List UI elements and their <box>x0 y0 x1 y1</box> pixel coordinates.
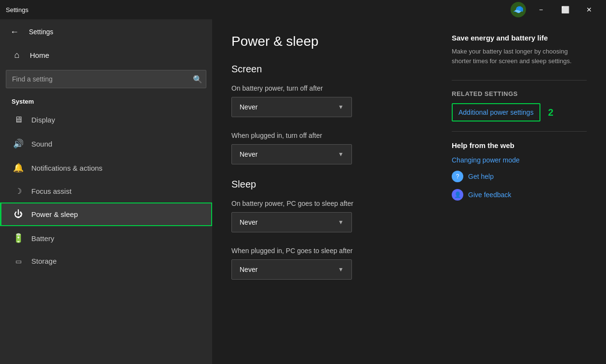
title-bar: Settings 🧢 − ⬜ ✕ <box>0 0 606 19</box>
sidebar-item-label: Power & sleep <box>31 210 78 218</box>
sleep-battery-label: On battery power, PC goes to sleep after <box>231 200 423 207</box>
info-box: Save energy and battery life Make your b… <box>452 34 587 66</box>
additional-power-link[interactable]: Additional power settings <box>452 103 540 121</box>
storage-icon: ▭ <box>13 257 24 265</box>
sleep-plugged-label: When plugged in, PC goes to sleep after <box>231 247 423 255</box>
sidebar-title: Settings <box>29 28 54 36</box>
screen-battery-value: Never <box>240 103 257 111</box>
related-title: Related settings <box>452 90 587 97</box>
system-section-label: System <box>0 92 212 108</box>
title-bar-controls: − ⬜ ✕ <box>530 2 600 17</box>
screen-plugged-value: Never <box>240 150 257 158</box>
sidebar-item-notifications[interactable]: 🔔 Notifications & actions <box>0 156 212 180</box>
content-right: Save energy and battery life Make your b… <box>452 34 587 350</box>
content-main: Power & sleep Screen On battery power, t… <box>231 34 423 350</box>
content-area: Power & sleep Screen On battery power, t… <box>212 19 606 364</box>
give-feedback-link[interactable]: Give feedback <box>468 191 512 199</box>
get-help-item: ? Get help <box>452 171 587 182</box>
dropdown-arrow: ▼ <box>338 266 344 273</box>
screen-battery-group: On battery power, turn off after Never ▼ <box>231 84 423 117</box>
sleep-plugged-dropdown[interactable]: Never ▼ <box>231 259 352 280</box>
screen-plugged-dropdown[interactable]: Never ▼ <box>231 144 352 164</box>
divider-2 <box>452 131 587 132</box>
give-feedback-icon: 👤 <box>452 189 463 201</box>
search-box: 🔍 <box>6 70 206 88</box>
related-settings: Related settings Additional power settin… <box>452 90 587 121</box>
search-input[interactable] <box>6 70 206 88</box>
give-feedback-item: 👤 Give feedback <box>452 189 587 201</box>
sidebar-item-power[interactable]: ⏻ Power & sleep <box>0 202 212 226</box>
info-desc: Make your battery last longer by choosin… <box>452 47 587 66</box>
focus-icon: ☽ <box>13 187 24 196</box>
screen-battery-dropdown[interactable]: Never ▼ <box>231 97 352 117</box>
page-title: Power & sleep <box>231 34 423 49</box>
home-icon: ⌂ <box>12 50 22 60</box>
sidebar-item-sound[interactable]: 🔊 Sound <box>0 132 212 156</box>
sleep-battery-dropdown[interactable]: Never ▼ <box>231 212 352 232</box>
sidebar-item-label: Display <box>31 116 55 124</box>
sidebar: ← Settings ⌂ Home 🔍 System 🖥 Display 🔊 S… <box>0 19 212 364</box>
screen-battery-label: On battery power, turn off after <box>231 84 423 92</box>
dropdown-arrow: ▼ <box>338 104 344 110</box>
sidebar-item-battery[interactable]: 🔋 Battery <box>0 226 212 250</box>
changing-power-link[interactable]: Changing power mode <box>452 156 520 164</box>
dropdown-arrow: ▼ <box>338 151 344 158</box>
sidebar-item-display[interactable]: 🖥 Display <box>0 108 212 132</box>
power-icon: ⏻ <box>13 209 24 219</box>
avatar: 🧢 <box>511 2 526 17</box>
help-section: Help from the web Changing power mode ? … <box>452 141 587 201</box>
get-help-link[interactable]: Get help <box>468 173 494 180</box>
minimize-button[interactable]: − <box>530 2 552 17</box>
main-layout: ← Settings ⌂ Home 🔍 System 🖥 Display 🔊 S… <box>0 19 606 364</box>
sidebar-item-storage[interactable]: ▭ Storage <box>0 250 212 272</box>
sleep-battery-group: On battery power, PC goes to sleep after… <box>231 200 423 232</box>
screen-plugged-label: When plugged in, turn off after <box>231 132 423 139</box>
sidebar-item-label: Sound <box>31 140 52 148</box>
sidebar-item-home[interactable]: ⌂ Home <box>0 44 212 66</box>
sound-icon: 🔊 <box>13 138 24 149</box>
notifications-icon: 🔔 <box>13 162 24 173</box>
screen-plugged-group: When plugged in, turn off after Never ▼ <box>231 132 423 164</box>
back-button[interactable]: ← <box>6 23 23 40</box>
display-icon: 🖥 <box>13 115 24 125</box>
sidebar-item-label: Home <box>30 51 49 59</box>
sidebar-item-label: Notifications & actions <box>31 164 103 172</box>
sleep-section-title: Sleep <box>231 179 423 190</box>
maximize-button[interactable]: ⬜ <box>554 2 576 17</box>
sidebar-item-label: Battery <box>31 234 54 243</box>
title-bar-title: Settings <box>6 6 28 13</box>
search-icon-button[interactable]: 🔍 <box>193 75 202 84</box>
sleep-battery-value: Never <box>240 218 257 226</box>
get-help-icon: ? <box>452 171 463 182</box>
annotation-2: 2 <box>548 107 553 118</box>
dropdown-arrow: ▼ <box>338 219 344 226</box>
changing-power-item: Changing power mode <box>452 156 587 164</box>
battery-icon: 🔋 <box>13 233 24 243</box>
additional-power-text: Additional power settings <box>458 108 534 116</box>
help-title: Help from the web <box>452 141 587 149</box>
sleep-plugged-group: When plugged in, PC goes to sleep after … <box>231 247 423 280</box>
sidebar-nav-top: ← Settings <box>0 19 212 44</box>
sleep-plugged-value: Never <box>240 266 257 273</box>
screen-section-title: Screen <box>231 64 423 75</box>
divider-1 <box>452 80 587 81</box>
info-title: Save energy and battery life <box>452 34 587 42</box>
close-button[interactable]: ✕ <box>578 2 600 17</box>
sidebar-item-focus[interactable]: ☽ Focus assist <box>0 180 212 202</box>
title-bar-left: Settings <box>6 6 28 13</box>
sidebar-item-label: Focus assist <box>31 187 71 195</box>
sidebar-item-label: Storage <box>31 257 57 265</box>
